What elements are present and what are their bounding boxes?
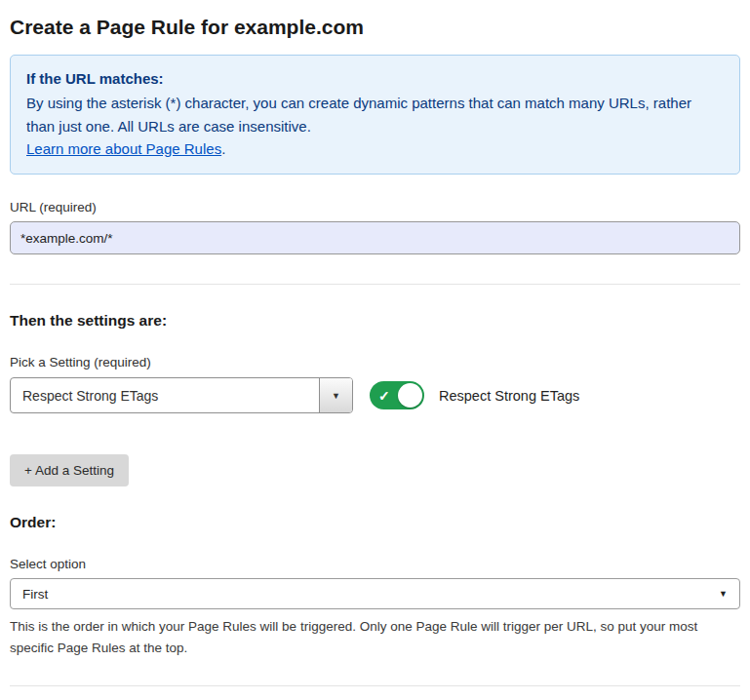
setting-select-arrow-button[interactable]: ▼ bbox=[319, 378, 352, 412]
info-box-body: By using the asterisk (*) character, you… bbox=[26, 92, 724, 137]
url-input[interactable] bbox=[10, 221, 740, 254]
setting-select-value: Respect Strong ETags bbox=[11, 378, 319, 412]
order-select-value: First bbox=[22, 587, 48, 602]
page-title: Create a Page Rule for example.com bbox=[10, 16, 740, 39]
setting-select[interactable]: Respect Strong ETags ▼ bbox=[10, 377, 353, 413]
caret-down-icon: ▼ bbox=[719, 589, 728, 599]
info-box-heading: If the URL matches: bbox=[26, 67, 724, 90]
section-divider bbox=[10, 284, 740, 285]
toggle-label: Respect Strong ETags bbox=[439, 388, 579, 404]
footer-divider bbox=[10, 685, 740, 686]
order-help-text: This is the order in which your Page Rul… bbox=[10, 616, 736, 658]
url-match-info-box: If the URL matches: By using the asteris… bbox=[10, 55, 740, 175]
settings-heading: Then the settings are: bbox=[10, 312, 740, 330]
page-rule-form: Create a Page Rule for example.com If th… bbox=[0, 0, 750, 700]
setting-row: Respect Strong ETags ▼ ✓ Respect Strong … bbox=[10, 377, 740, 413]
order-heading: Order: bbox=[10, 514, 740, 531]
url-field-label: URL (required) bbox=[10, 200, 740, 214]
order-select-label: Select option bbox=[10, 557, 740, 571]
link-suffix: . bbox=[221, 140, 225, 157]
chevron-down-icon: ▼ bbox=[332, 391, 340, 401]
learn-more-link[interactable]: Learn more about Page Rules bbox=[26, 140, 221, 157]
info-box-link-line: Learn more about Page Rules. bbox=[26, 137, 724, 160]
toggle-knob bbox=[398, 383, 422, 408]
order-select[interactable]: First ▼ bbox=[10, 578, 740, 609]
add-setting-button[interactable]: + Add a Setting bbox=[10, 454, 129, 486]
etags-toggle[interactable]: ✓ bbox=[370, 381, 424, 409]
check-icon: ✓ bbox=[378, 387, 390, 403]
pick-setting-label: Pick a Setting (required) bbox=[10, 355, 740, 369]
